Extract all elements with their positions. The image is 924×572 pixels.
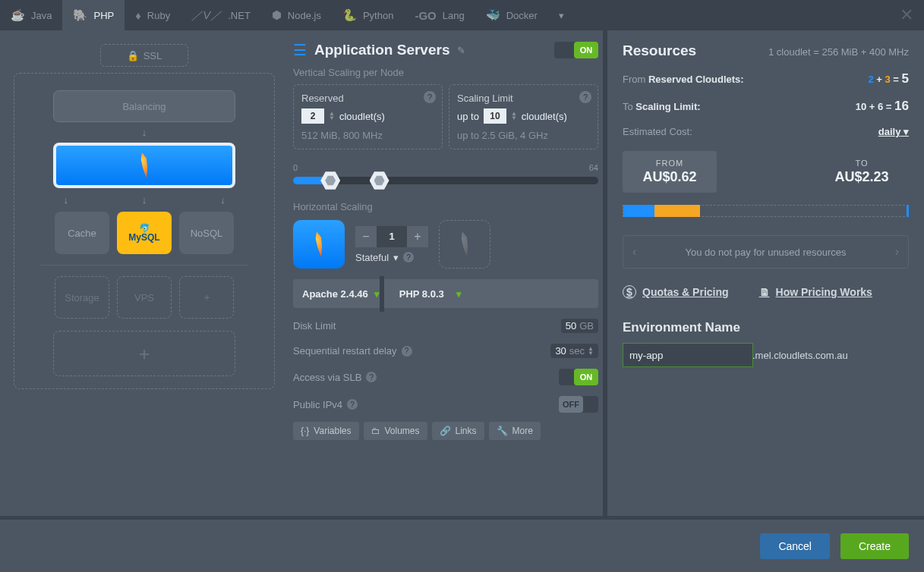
add-node-button[interactable]: ＋ bbox=[179, 276, 234, 319]
braces-icon: {·} bbox=[301, 426, 309, 436]
estimated-cost-label: Estimated Cost: bbox=[623, 126, 692, 137]
more-button[interactable]: 🔧More bbox=[489, 422, 541, 440]
limit-handle[interactable] bbox=[370, 171, 389, 190]
reserved-title: Reserved bbox=[301, 93, 434, 104]
ssl-toggle[interactable]: 🔒 SSL bbox=[100, 44, 188, 67]
tab-go[interactable]: -GOLang bbox=[404, 0, 475, 30]
server-runtime-select[interactable]: Apache 2.4.46 ▾ PHP 8.0.3 ▾ bbox=[293, 279, 598, 308]
apache-icon bbox=[451, 230, 478, 259]
plus-icon: ＋ bbox=[135, 341, 153, 366]
server-card-active[interactable] bbox=[293, 220, 345, 269]
chevron-down-icon: ▾ bbox=[559, 10, 564, 21]
increase-button[interactable]: + bbox=[407, 226, 428, 247]
tab-java[interactable]: ☕Java bbox=[0, 0, 62, 30]
help-icon[interactable]: ? bbox=[347, 399, 358, 410]
reserved-box: ? Reserved 2 ▲▼ cloudlet(s) 512 MiB, 800… bbox=[293, 84, 443, 149]
reserved-stepper[interactable]: ▲▼ bbox=[329, 112, 335, 121]
help-icon[interactable]: ? bbox=[424, 91, 436, 103]
env-name-input[interactable] bbox=[623, 343, 753, 367]
menu-icon[interactable]: ☰ bbox=[293, 41, 307, 59]
docker-icon: 🐳 bbox=[486, 8, 500, 22]
from-reserved-orange: 3 bbox=[885, 74, 890, 85]
cancel-button[interactable]: Cancel bbox=[760, 533, 830, 559]
restart-delay-value[interactable]: 30sec ▲▼ bbox=[550, 344, 598, 358]
cloudlet-slider[interactable]: 0 64 bbox=[293, 163, 598, 184]
arrow-down-icon: ↓ bbox=[27, 127, 262, 138]
tab-node[interactable]: ⬢Node.js bbox=[261, 0, 332, 30]
howpricing-link[interactable]: 🗎 How Pricing Works bbox=[759, 285, 872, 299]
scaling-stepper[interactable]: ▲▼ bbox=[511, 112, 517, 121]
to-limit-b: 6 bbox=[878, 101, 883, 112]
scaling-limit-box: ? Scaling Limit up to 10 ▲▼ cloudlet(s) … bbox=[449, 84, 598, 149]
ruby-icon: ♦ bbox=[135, 9, 141, 22]
help-icon[interactable]: ? bbox=[579, 91, 591, 103]
add-layer-button[interactable]: ＋ bbox=[53, 331, 235, 376]
volumes-button[interactable]: 🗀Volumes bbox=[364, 422, 427, 440]
tab-net[interactable]: ／V／.NET bbox=[181, 0, 261, 30]
apache-icon bbox=[131, 151, 157, 181]
node-count: 1 bbox=[377, 226, 407, 247]
scaling-summary: up to 2.5 GiB, 4 GHz bbox=[457, 130, 590, 141]
link-icon: 🔗 bbox=[440, 426, 451, 436]
storage-node[interactable]: Storage bbox=[55, 276, 109, 319]
slb-toggle[interactable]: ON bbox=[559, 369, 598, 385]
disk-limit-value[interactable]: 50GB bbox=[561, 319, 598, 333]
help-icon[interactable]: ? bbox=[402, 346, 412, 357]
close-button[interactable]: ✕ bbox=[889, 5, 924, 25]
chevron-left-icon[interactable]: ‹ bbox=[632, 245, 636, 259]
tab-docker[interactable]: 🐳Docker bbox=[475, 0, 548, 30]
from-reserved-total: 5 bbox=[902, 71, 909, 86]
scaling-value-input[interactable]: 10 bbox=[484, 108, 506, 124]
ipv4-label: Public IPv4 bbox=[293, 399, 342, 410]
disk-limit-label: Disk Limit bbox=[293, 320, 336, 332]
nosql-node[interactable]: NoSQL bbox=[179, 212, 234, 254]
chevron-down-icon: ▾ bbox=[393, 252, 399, 263]
runtime-name: PHP 8.0.3 bbox=[399, 288, 444, 300]
tab-python[interactable]: 🐍Python bbox=[332, 0, 404, 30]
from-reserved-blue: 2 bbox=[868, 74, 873, 85]
reserved-value-input[interactable]: 2 bbox=[301, 108, 324, 124]
tab-ruby[interactable]: ♦Ruby bbox=[125, 0, 181, 30]
chevron-right-icon[interactable]: › bbox=[895, 245, 899, 259]
balancing-node[interactable]: Balancing bbox=[53, 90, 235, 122]
server-card-ghost[interactable] bbox=[439, 220, 490, 269]
appserver-config-panel: ☰ Application Servers ✎ ON Vertical Scal… bbox=[289, 30, 603, 516]
decrease-button[interactable]: − bbox=[355, 226, 377, 247]
panel-title: Application Servers bbox=[314, 42, 449, 58]
dotnet-icon: ／V／ bbox=[191, 8, 222, 23]
quotas-link[interactable]: $ Quotas & Pricing bbox=[623, 285, 729, 299]
env-name-title: Environment Name bbox=[623, 320, 909, 335]
folder-icon: 🗀 bbox=[371, 426, 380, 436]
help-icon[interactable]: ? bbox=[403, 252, 414, 262]
appserver-node-selected[interactable] bbox=[53, 143, 235, 188]
create-button[interactable]: Create bbox=[840, 533, 909, 559]
apache-icon bbox=[305, 230, 332, 259]
variables-button[interactable]: {·}Variables bbox=[293, 422, 359, 440]
to-limit-total: 16 bbox=[894, 99, 909, 113]
env-domain: .mel.cloudlets.com.au bbox=[752, 350, 848, 361]
tab-more[interactable]: ▾ bbox=[548, 0, 575, 30]
vps-node[interactable]: VPS bbox=[117, 276, 172, 319]
stateful-select[interactable]: Stateful bbox=[355, 252, 389, 263]
dialog-footer: Cancel Create bbox=[0, 516, 924, 572]
lock-icon: 🔒 bbox=[127, 50, 139, 61]
cost-period-select[interactable]: daily ▾ bbox=[878, 126, 909, 137]
reserved-summary: 512 MiB, 800 MHz bbox=[301, 130, 434, 141]
restart-stepper[interactable]: ▲▼ bbox=[588, 347, 594, 356]
dollar-icon: $ bbox=[623, 285, 636, 299]
reserved-handle[interactable] bbox=[320, 171, 340, 190]
edit-icon[interactable]: ✎ bbox=[457, 45, 465, 56]
links-button[interactable]: 🔗Links bbox=[432, 422, 484, 440]
go-icon: -GO bbox=[415, 9, 436, 22]
ipv4-toggle[interactable]: OFF bbox=[559, 396, 598, 413]
appserver-toggle[interactable]: ON bbox=[554, 42, 598, 58]
chevron-down-icon: ▾ bbox=[904, 126, 909, 137]
pricing-info-carousel[interactable]: ‹ You do not pay for unused resources › bbox=[623, 235, 909, 269]
mysql-node[interactable]: 🐬 MySQL bbox=[117, 212, 172, 254]
cost-to-card: TO AU$2.23 bbox=[815, 151, 909, 193]
node-icon: ⬢ bbox=[272, 8, 282, 22]
horizontal-scaling-label: Horizontal Scaling bbox=[293, 201, 598, 212]
help-icon[interactable]: ? bbox=[366, 372, 377, 382]
cache-node[interactable]: Cache bbox=[55, 212, 109, 254]
tab-php[interactable]: 🐘PHP bbox=[62, 0, 125, 30]
